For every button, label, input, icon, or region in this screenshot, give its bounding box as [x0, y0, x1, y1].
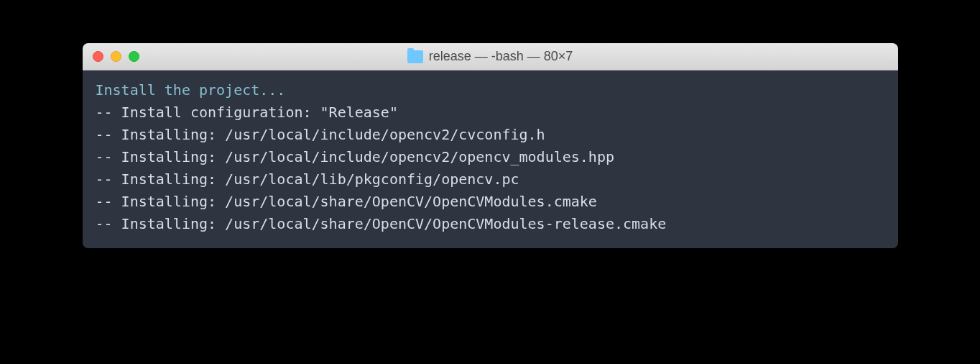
- terminal-window: release — -bash — 80×7 Install the proje…: [83, 43, 898, 248]
- title-bar: release — -bash — 80×7: [83, 43, 898, 70]
- terminal-line: -- Installing: /usr/local/include/opencv…: [96, 146, 885, 168]
- maximize-button[interactable]: [129, 51, 139, 62]
- folder-icon: [407, 50, 423, 63]
- minimize-button[interactable]: [111, 51, 121, 62]
- window-title: release — -bash — 80×7: [429, 49, 573, 64]
- terminal-line: -- Installing: /usr/local/share/OpenCV/O…: [96, 191, 885, 213]
- terminal-line: -- Installing: /usr/local/share/OpenCV/O…: [96, 213, 885, 235]
- terminal-line: Install the project...: [96, 79, 885, 101]
- window-title-content: release — -bash — 80×7: [407, 49, 573, 64]
- terminal-body[interactable]: Install the project... -- Install config…: [83, 70, 898, 248]
- close-button[interactable]: [93, 51, 103, 62]
- terminal-line: -- Install configuration: "Release": [96, 101, 885, 124]
- terminal-line: -- Installing: /usr/local/lib/pkgconfig/…: [96, 168, 885, 191]
- terminal-line: -- Installing: /usr/local/include/opencv…: [96, 124, 885, 146]
- traffic-lights: [93, 51, 139, 62]
